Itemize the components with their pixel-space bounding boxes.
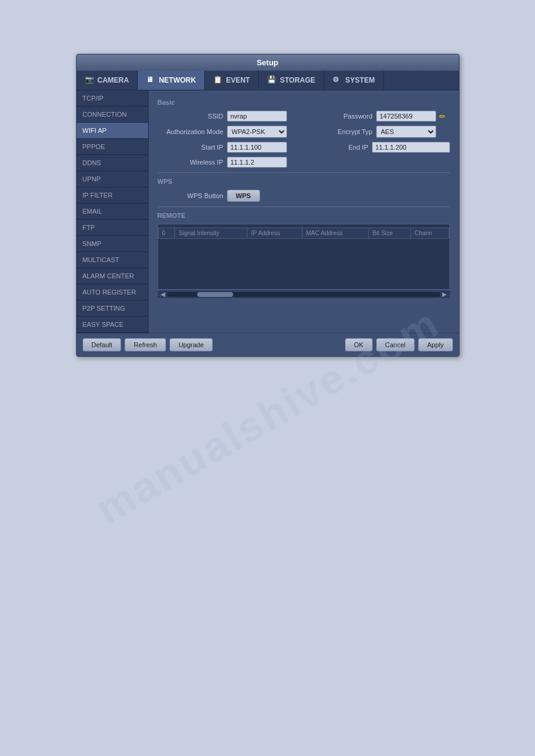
encrypttype-select[interactable]: AES TKIP	[376, 126, 436, 138]
system-icon: ⚙	[333, 75, 342, 85]
sidebar-item-connection[interactable]: CONNECTION	[77, 107, 148, 123]
ssid-row: SSID	[158, 111, 301, 122]
divider2	[158, 207, 450, 207]
top-nav: 📷 CAMERA 🖥 NETWORK 📋 EVENT 💾 STORAGE ⚙ S…	[77, 71, 459, 90]
nav-event-label: EVENT	[226, 76, 250, 84]
sidebar-item-ddns[interactable]: DDNS	[77, 155, 148, 171]
camera-icon: 📷	[85, 75, 95, 85]
col-header-mac: MAC Address	[302, 228, 368, 239]
btn-group-left: Default Refresh Upgrade	[83, 338, 213, 351]
ssid-input[interactable]	[227, 111, 287, 122]
scroll-left-arrow[interactable]: ◀	[159, 291, 167, 297]
scrollbar-track	[167, 292, 440, 297]
title-bar: Setup	[77, 54, 459, 71]
nav-storage[interactable]: 💾 STORAGE	[259, 71, 324, 90]
wirelessip-row: Wireless IP	[158, 157, 450, 168]
encrypttype-label: Encrypt Typ	[307, 128, 373, 135]
basic-row2: Authorization Mode WPA2-PSK WPA-PSK OPEN…	[158, 126, 450, 142]
col-header-channel: Chann	[410, 228, 449, 239]
startip-row: Start IP	[158, 142, 297, 153]
event-icon: 📋	[213, 75, 223, 85]
section-wps-label: WPS	[158, 178, 450, 185]
bottom-buttons: Default Refresh Upgrade OK Cancel Apply	[77, 333, 459, 356]
encrypttype-row: Encrypt Typ AES TKIP	[307, 126, 450, 138]
cancel-button[interactable]: Cancel	[376, 338, 415, 351]
ok-button[interactable]: OK	[345, 338, 373, 351]
nav-camera-label: CAMERA	[98, 76, 129, 84]
sidebar: TCP/IP CONNECTION WIFI AP PPPOE DDNS UPN…	[77, 90, 149, 333]
wps-button[interactable]: WPS	[227, 190, 260, 202]
sidebar-item-snmp[interactable]: SNMP	[77, 236, 148, 252]
scroll-right-arrow[interactable]: ▶	[440, 291, 449, 297]
nav-event[interactable]: 📋 EVENT	[205, 71, 259, 90]
sidebar-item-upnp[interactable]: UPNP	[77, 171, 148, 187]
col-header-ip: IP Address	[247, 228, 303, 239]
basic-row3: Start IP End IP	[158, 142, 450, 157]
authmode-label: Authorization Mode	[158, 128, 223, 135]
scrollbar-thumb[interactable]	[197, 292, 233, 297]
upgrade-button[interactable]: Upgrade	[170, 338, 213, 351]
nav-network-label: NETWORK	[159, 76, 196, 84]
ssid-col: SSID	[158, 111, 301, 126]
authmode-row: Authorization Mode WPA2-PSK WPA-PSK OPEN	[158, 126, 301, 138]
btn-group-right: OK Cancel Apply	[345, 338, 453, 351]
sidebar-item-p2psetting[interactable]: P2P SETTING	[77, 300, 148, 317]
setup-window: Setup 📷 CAMERA 🖥 NETWORK 📋 EVENT 💾 STORA…	[76, 54, 460, 357]
sidebar-item-multicast[interactable]: MULTICAST	[77, 252, 148, 268]
section-basic-label: Basic	[158, 99, 450, 106]
basic-row1: SSID Password ✏	[158, 111, 450, 126]
nav-storage-label: STORAGE	[280, 76, 315, 84]
endip-label: End IP	[303, 144, 368, 151]
nav-camera[interactable]: 📷 CAMERA	[77, 71, 138, 90]
startip-col: Start IP	[158, 142, 297, 157]
sidebar-item-email[interactable]: EMAIL	[77, 204, 148, 220]
encrypttype-col: Encrypt Typ AES TKIP	[307, 126, 450, 142]
password-field-group: ✏	[376, 111, 446, 122]
ssid-label: SSID	[158, 113, 223, 120]
sidebar-item-alarmcenter[interactable]: ALARM CENTER	[77, 268, 148, 284]
sidebar-item-ipfilter[interactable]: IP FILTER	[77, 187, 148, 204]
content-area: TCP/IP CONNECTION WIFI AP PPPOE DDNS UPN…	[77, 90, 459, 333]
col-header-0: 0	[158, 228, 175, 239]
sidebar-item-easyspace[interactable]: EASY SPACE	[77, 317, 148, 333]
table-header-row: 0 Signal Intensity IP Address MAC Addres…	[158, 228, 449, 239]
apply-button[interactable]: Apply	[418, 338, 453, 351]
startip-input[interactable]	[227, 142, 287, 153]
authmode-select[interactable]: WPA2-PSK WPA-PSK OPEN	[227, 126, 287, 138]
storage-icon: 💾	[267, 75, 277, 85]
nav-system[interactable]: ⚙ SYSTEM	[324, 71, 383, 90]
col-header-signal: Signal Intensity	[175, 228, 247, 239]
sidebar-item-tcpip[interactable]: TCP/IP	[77, 90, 148, 107]
divider1	[158, 172, 450, 173]
remote-table: 0 Signal Intensity IP Address MAC Addres…	[158, 227, 449, 239]
section-remote-label: REMOTE	[158, 212, 450, 219]
wps-row: WPS Button WPS	[158, 190, 450, 202]
window-title: Setup	[256, 58, 278, 67]
network-icon: 🖥	[146, 75, 156, 85]
edit-icon[interactable]: ✏	[439, 112, 446, 121]
endip-input[interactable]	[372, 142, 450, 153]
default-button[interactable]: Default	[83, 338, 122, 351]
sidebar-item-autoregister[interactable]: AUTO REGISTER	[77, 284, 148, 300]
password-row: Password ✏	[307, 111, 450, 122]
sidebar-item-wifiap[interactable]: WIFI AP	[77, 123, 148, 139]
endip-row: End IP	[303, 142, 450, 153]
nav-network[interactable]: 🖥 NETWORK	[138, 71, 205, 90]
sidebar-item-ftp[interactable]: FTP	[77, 220, 148, 236]
endip-col: End IP	[303, 142, 450, 157]
sidebar-item-pppoe[interactable]: PPPOE	[77, 139, 148, 155]
refresh-button[interactable]: Refresh	[125, 338, 166, 351]
main-panel: Basic SSID Password ✏	[149, 90, 459, 333]
wirelessip-label: Wireless IP	[158, 159, 223, 166]
password-label: Password	[307, 113, 373, 120]
wirelessip-input[interactable]	[227, 157, 287, 168]
col-header-bitsize: Bit Size	[368, 228, 410, 239]
wps-button-label: WPS Button	[158, 192, 223, 199]
password-input[interactable]	[376, 111, 436, 122]
horizontal-scrollbar[interactable]: ◀ ▶	[158, 290, 450, 298]
startip-label: Start IP	[158, 144, 223, 151]
authmode-col: Authorization Mode WPA2-PSK WPA-PSK OPEN	[158, 126, 301, 142]
remote-table-container: 0 Signal Intensity IP Address MAC Addres…	[158, 224, 450, 290]
password-col: Password ✏	[307, 111, 450, 126]
nav-system-label: SYSTEM	[345, 76, 374, 84]
